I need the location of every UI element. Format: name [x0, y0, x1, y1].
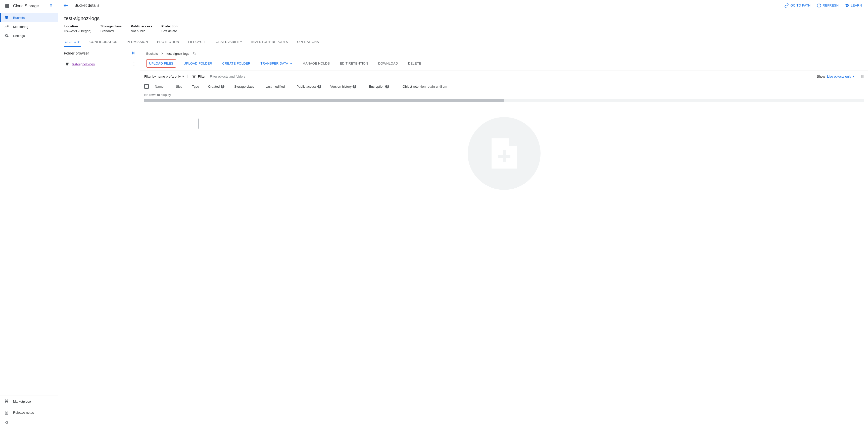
- sidebar-item-monitoring[interactable]: Monitoring: [0, 22, 58, 31]
- pin-button[interactable]: [48, 3, 54, 9]
- meta-public-access: Public access Not public: [131, 24, 152, 33]
- show-dropdown[interactable]: Live objects only ▼: [827, 75, 855, 78]
- tab-operations[interactable]: OPERATIONS: [297, 37, 319, 47]
- panel-resize-handle[interactable]: [198, 119, 199, 129]
- svg-point-3: [5, 7, 6, 7]
- tabs: OBJECTS CONFIGURATION PERMISSION PROTECT…: [58, 37, 868, 47]
- chevron-right-icon: [160, 52, 164, 55]
- link-icon: [784, 3, 789, 8]
- tab-objects[interactable]: OBJECTS: [64, 37, 81, 47]
- filter-bar: Filter by name prefix only ▼ Filter Show: [140, 71, 868, 82]
- help-icon[interactable]: ?: [317, 85, 321, 89]
- tab-protection[interactable]: PROTECTION: [157, 37, 180, 47]
- bucket-icon: [4, 15, 9, 20]
- sidebar-item-marketplace[interactable]: Marketplace: [0, 396, 58, 407]
- download-button[interactable]: DOWNLOAD: [376, 60, 401, 67]
- svg-point-2: [5, 4, 6, 5]
- marketplace-icon: [4, 399, 9, 404]
- svg-rect-23: [863, 75, 864, 77]
- sidebar-header: Cloud Storage: [0, 0, 58, 12]
- tab-observability[interactable]: OBSERVABILITY: [215, 37, 243, 47]
- breadcrumb: Buckets test-signoz-logs: [140, 47, 868, 58]
- empty-table-message: No rows to display: [140, 91, 868, 99]
- transfer-data-button[interactable]: TRANSFER DATA ▼: [258, 60, 295, 67]
- sidebar-item-label: Buckets: [13, 16, 25, 20]
- action-bar: UPLOAD FILES UPLOAD FOLDER CREATE FOLDER…: [140, 58, 868, 71]
- column-selector-button[interactable]: [857, 73, 864, 80]
- breadcrumb-current: test-signoz-logs: [166, 52, 189, 56]
- folder-browser-panel: Folder browser test-signoz-logs: [58, 47, 140, 200]
- tab-permission[interactable]: PERMISSION: [126, 37, 149, 47]
- sidebar-item-label: Marketplace: [13, 400, 31, 403]
- select-all-checkbox[interactable]: [144, 84, 149, 89]
- caret-down-icon: ▼: [852, 75, 855, 78]
- col-storage-class[interactable]: Storage class: [234, 85, 259, 89]
- product-title: Cloud Storage: [13, 4, 45, 8]
- refresh-button[interactable]: REFRESH: [816, 2, 840, 9]
- upload-folder-button[interactable]: UPLOAD FOLDER: [181, 60, 215, 67]
- go-to-path-label: GO TO PATH: [790, 3, 810, 7]
- learn-button[interactable]: LEARN: [844, 2, 863, 9]
- col-public-access[interactable]: Public access ?: [297, 85, 324, 89]
- copy-path-button[interactable]: [192, 51, 197, 56]
- col-retention[interactable]: Object retention retain-until tim: [403, 85, 458, 89]
- help-icon[interactable]: ?: [385, 85, 389, 89]
- svg-point-16: [134, 65, 134, 66]
- folder-row: test-signoz-logs: [58, 59, 140, 69]
- horizontal-scrollbar[interactable]: [144, 99, 864, 102]
- edit-retention-button[interactable]: EDIT RETENTION: [337, 60, 370, 67]
- col-type[interactable]: Type: [192, 85, 202, 89]
- tab-lifecycle[interactable]: LIFECYCLE: [188, 37, 207, 47]
- col-encryption[interactable]: Encryption ?: [369, 85, 397, 89]
- folder-browser-title: Folder browser: [64, 51, 89, 55]
- help-icon[interactable]: ?: [352, 85, 356, 89]
- refresh-label: REFRESH: [823, 3, 839, 7]
- caret-down-icon: ▼: [182, 75, 184, 78]
- sidebar-item-release-notes[interactable]: Release notes: [0, 407, 58, 418]
- delete-button[interactable]: DELETE: [406, 60, 424, 67]
- svg-rect-5: [5, 16, 8, 17]
- sidebar-collapse-button[interactable]: [0, 418, 58, 427]
- main: Bucket details GO TO PATH REFRESH LEARN: [58, 0, 868, 427]
- scrollbar-thumb[interactable]: [144, 99, 504, 102]
- folder-bucket-link[interactable]: test-signoz-logs: [72, 62, 95, 66]
- col-last-modified[interactable]: Last modified: [266, 85, 290, 89]
- bucket-icon: [65, 62, 69, 66]
- col-version-history[interactable]: Version history ?: [330, 85, 363, 89]
- tab-inventory-reports[interactable]: INVENTORY REPORTS: [251, 37, 288, 47]
- sidebar-item-settings[interactable]: Settings: [0, 31, 58, 40]
- col-name[interactable]: Name: [155, 85, 170, 89]
- page-title: Bucket details: [74, 3, 99, 8]
- empty-state-illustration: [140, 102, 868, 200]
- sidebar-item-label: Release notes: [13, 411, 34, 415]
- topbar: Bucket details GO TO PATH REFRESH LEARN: [58, 0, 868, 11]
- table-header: Name Size Type Created ? Storage class L…: [140, 82, 868, 91]
- svg-rect-18: [192, 75, 196, 76]
- create-folder-button[interactable]: CREATE FOLDER: [220, 60, 253, 67]
- filter-icon: [192, 74, 196, 78]
- meta-location: Location us-west1 (Oregon): [64, 24, 91, 33]
- sidebar-nav: Buckets Monitoring Settings: [0, 12, 58, 396]
- svg-rect-22: [862, 75, 863, 77]
- folder-row-menu-button[interactable]: [131, 61, 137, 67]
- tab-configuration[interactable]: CONFIGURATION: [89, 37, 118, 47]
- manage-holds-button[interactable]: MANAGE HOLDS: [300, 60, 332, 67]
- col-size[interactable]: Size: [176, 85, 186, 89]
- gear-icon: [4, 33, 9, 38]
- sidebar: Cloud Storage Buckets Monitoring: [0, 0, 58, 427]
- collapse-folder-panel-button[interactable]: [131, 51, 136, 55]
- sidebar-item-label: Settings: [13, 34, 25, 38]
- filter-label: Filter: [192, 74, 206, 78]
- upload-files-button[interactable]: UPLOAD FILES: [146, 59, 176, 68]
- breadcrumb-root[interactable]: Buckets: [146, 52, 158, 56]
- filter-input[interactable]: [210, 74, 813, 79]
- help-icon[interactable]: ?: [221, 85, 224, 89]
- caret-down-icon: ▼: [290, 62, 292, 65]
- svg-rect-17: [194, 53, 196, 55]
- back-button[interactable]: [61, 1, 70, 10]
- sidebar-item-buckets[interactable]: Buckets: [0, 13, 58, 22]
- filter-mode-dropdown[interactable]: Filter by name prefix only ▼: [144, 75, 188, 78]
- col-created[interactable]: Created ?: [208, 85, 228, 89]
- refresh-icon: [817, 3, 821, 8]
- go-to-path-button[interactable]: GO TO PATH: [783, 2, 811, 9]
